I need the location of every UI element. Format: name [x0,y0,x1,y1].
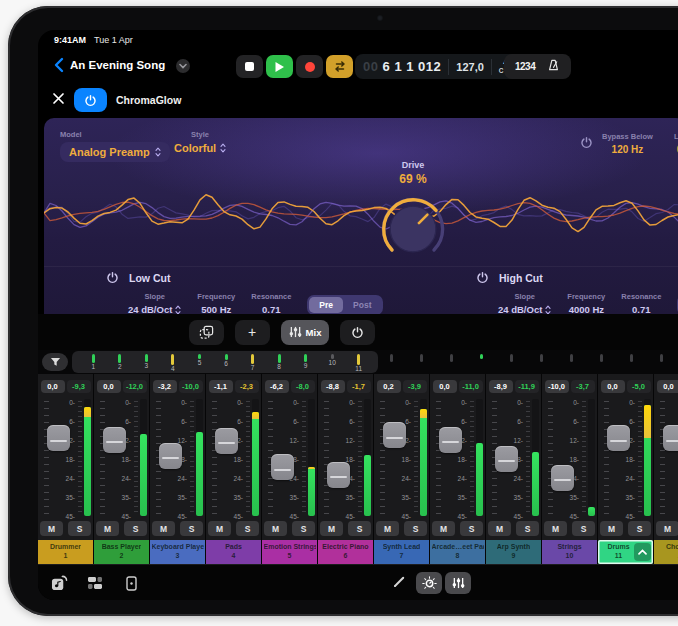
channel-fader-handle[interactable] [215,428,238,454]
mute-button[interactable]: M [600,521,623,536]
channel-name-button[interactable]: Drums 11 [598,540,653,564]
channel-fader-handle[interactable] [663,425,678,451]
channel-volume-value[interactable]: -3,2 [153,380,177,393]
count-in-button[interactable]: 1234 [515,61,535,72]
duplicate-button[interactable] [189,320,224,345]
add-track-button[interactable]: + [235,320,270,345]
channel-fader-handle[interactable] [495,446,518,472]
channel-volume-value[interactable]: -6,2 [265,380,289,393]
ruler-tick[interactable]: 6 [213,354,240,368]
track-ruler-overflow[interactable] [390,354,663,362]
channel-fader-handle[interactable] [383,422,406,448]
high-cut-slope[interactable]: Slope 24 dB/Oct [498,292,551,314]
edit-button[interactable] [388,572,410,594]
high-cut-resonance[interactable]: Resonance 0.71 [621,292,661,314]
drive-knob[interactable] [374,196,452,266]
model-control[interactable]: Model Analog Preamp [60,130,170,162]
metronome-button[interactable] [547,59,560,74]
solo-button[interactable]: S [348,521,371,536]
channel-volume-value[interactable]: -8,9 [489,380,513,393]
channel-volume-value[interactable]: 0,0 [41,380,65,393]
channel-name-button[interactable]: Bass Player 2 [94,540,149,564]
channel-fader-handle[interactable] [439,427,462,453]
back-button[interactable] [48,55,68,77]
channel-name-button[interactable]: Pads 4 [206,540,261,564]
high-cut-power-button[interactable] [476,271,489,284]
channel-fader-handle[interactable] [47,425,70,451]
level-control[interactable]: Level 0.0 [674,132,678,155]
mute-button[interactable]: M [40,521,63,536]
mix-view-button[interactable]: Mix [281,320,330,345]
channel-name-button[interactable]: Arp Synth 9 [486,540,541,564]
style-control[interactable]: Style Colorful [174,130,226,154]
mute-button[interactable]: M [320,521,343,536]
mute-button[interactable]: M [96,521,119,536]
close-plugin-button[interactable] [48,90,68,110]
solo-button[interactable]: S [572,521,595,536]
low-cut-frequency[interactable]: Frequency 500 Hz [197,292,235,314]
mute-button[interactable]: M [152,521,175,536]
low-cut-resonance[interactable]: Resonance 0.71 [251,292,291,314]
low-cut-slope[interactable]: Slope 24 dB/Oct [128,292,181,314]
channel-volume-value[interactable]: 0,0 [433,380,457,393]
channel-name-button[interactable]: Strings 10 [542,540,597,564]
channel-fader-handle[interactable] [159,443,182,469]
channel-name-button[interactable]: Emotion Strings 5 [262,540,317,564]
solo-button[interactable]: S [516,521,539,536]
model-select[interactable]: Analog Preamp [60,142,170,162]
solo-button[interactable]: S [236,521,259,536]
solo-button[interactable]: S [404,521,427,536]
solo-button[interactable]: S [292,521,315,536]
plugin-power-button[interactable] [74,88,107,112]
channel-volume-value[interactable]: 0,0 [657,380,678,393]
channel-volume-value[interactable]: -10,0 [545,380,569,393]
channel-volume-value[interactable]: 0,0 [97,380,121,393]
channel-volume-value[interactable]: 0,0 [601,380,625,393]
channel-name-button[interactable]: Chorus V 12 [654,540,678,564]
channel-fader-handle[interactable] [607,425,630,451]
stop-button[interactable] [236,55,263,78]
ruler-tick[interactable]: 9 [292,354,319,370]
mute-button[interactable]: M [264,521,287,536]
ruler-tick[interactable]: 5 [186,354,213,367]
post-button[interactable]: Post [343,297,381,313]
channel-name-button[interactable]: Arcade…eet Pad 8 [430,540,485,564]
mixer-power-button[interactable] [340,320,375,345]
cycle-button[interactable] [326,55,353,78]
channel-name-button[interactable]: Electric Piano 6 [318,540,373,564]
ruler-tick[interactable]: 1 [80,354,107,371]
bypass-power-button[interactable] [580,136,593,149]
mute-button[interactable]: M [544,521,567,536]
channel-name-button[interactable]: Drummer 1 [38,540,93,564]
channel-fader-handle[interactable] [103,427,126,453]
record-button[interactable] [296,55,323,78]
channel-volume-value[interactable]: 0,2 [377,380,401,393]
pre-button[interactable]: Pre [309,297,343,313]
song-title[interactable]: An Evening Song [70,59,165,71]
channel-name-button[interactable]: Keyboard Player 3 [150,540,205,564]
channel-volume-value[interactable]: -8,8 [321,380,345,393]
ruler-tick[interactable]: 8 [266,354,293,371]
remote-button[interactable] [120,572,142,594]
controls-view-button[interactable] [416,572,442,594]
track-ruler[interactable]: 1234567891011 [72,351,378,373]
channel-fader-handle[interactable] [327,462,350,488]
bypass-value[interactable]: 120 Hz [612,144,644,155]
solo-button[interactable]: S [628,521,651,536]
play-button[interactable] [266,55,293,78]
channel-fader-handle[interactable] [271,454,294,480]
mute-button[interactable]: M [376,521,399,536]
plugins-button[interactable] [84,572,106,594]
channel-fader-handle[interactable] [551,465,574,491]
mute-button[interactable]: M [208,521,231,536]
channel-collapse-button[interactable] [634,543,651,561]
solo-button[interactable]: S [180,521,203,536]
low-cut-power-button[interactable] [106,271,119,284]
ruler-tick[interactable]: 11 [345,354,372,373]
mute-button[interactable]: M [488,521,511,536]
mute-button[interactable]: M [656,521,678,536]
ruler-tick[interactable]: 4 [160,354,187,373]
channel-name-button[interactable]: Synth Lead 7 [374,540,429,564]
solo-button[interactable]: S [124,521,147,536]
mute-button[interactable]: M [432,521,455,536]
